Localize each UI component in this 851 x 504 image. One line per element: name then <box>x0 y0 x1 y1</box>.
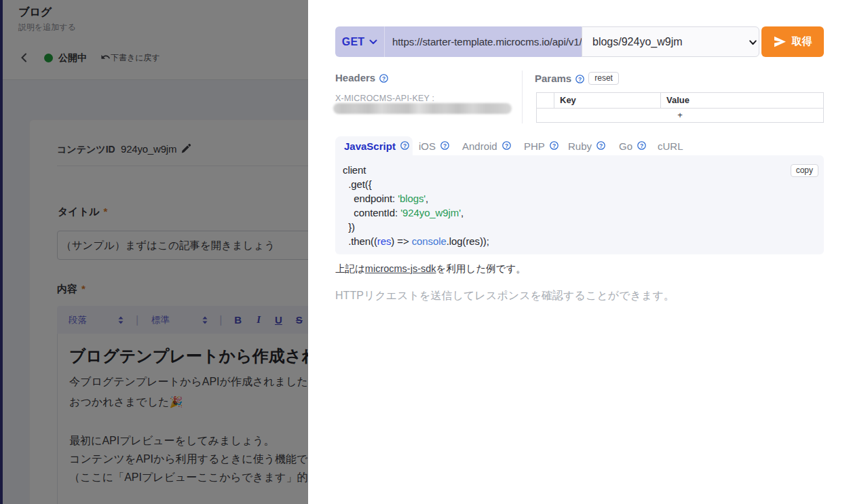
svg-text:?: ? <box>505 142 508 149</box>
svg-text:?: ? <box>382 75 385 82</box>
svg-text:?: ? <box>403 142 406 149</box>
svg-text:?: ? <box>599 142 603 149</box>
svg-text:?: ? <box>443 142 447 149</box>
svg-text:?: ? <box>640 142 643 149</box>
svg-text:?: ? <box>578 76 582 83</box>
svg-text:?: ? <box>552 142 556 149</box>
